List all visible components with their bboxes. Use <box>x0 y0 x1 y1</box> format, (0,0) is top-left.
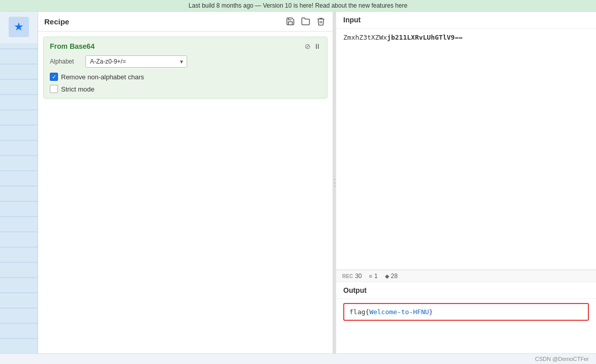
points-value: 28 <box>391 272 398 280</box>
save-button[interactable] <box>285 16 296 27</box>
status-rec: REC 30 <box>342 272 362 280</box>
operation-header: From Base64 ⊘ ⏸ <box>50 42 321 50</box>
star-icon: ★ <box>14 20 24 34</box>
output-prefix: flag{ <box>349 308 369 316</box>
output-content: Welcome-to-HFNU <box>369 308 429 316</box>
sidebar-stripes <box>0 43 38 353</box>
input-header: Input <box>336 12 596 28</box>
recipe-toolbar <box>285 16 326 27</box>
notification-text: Last build 8 months ago — Version 10 is … <box>189 2 407 9</box>
alphabet-label: Alphabet <box>50 58 80 65</box>
remove-non-alphabet-text: Remove non-alphabet chars <box>61 73 144 81</box>
alphabet-select[interactable]: A-Za-z0-9+/=A-Za-z0-9-_URL safe <box>85 55 187 68</box>
status-points: ◆ 28 <box>385 272 398 280</box>
folder-button[interactable] <box>300 16 311 27</box>
points-icon: ◆ <box>385 273 389 280</box>
sidebar-item-star[interactable]: ★ <box>9 17 29 37</box>
rec-icon: REC <box>342 274 353 279</box>
disable-icon[interactable]: ⊘ <box>305 42 311 50</box>
remove-non-alphabet-checkbox-label[interactable]: ✓ Remove non-alphabet chars <box>50 73 144 81</box>
sidebar: ★ <box>0 12 38 353</box>
output-header: Output <box>336 282 596 299</box>
strict-mode-checkbox[interactable] <box>50 85 58 93</box>
remove-non-alphabet-checkbox[interactable]: ✓ <box>50 73 58 81</box>
strict-mode-row: Strict mode <box>50 85 321 93</box>
lines-icon: ≡ <box>369 273 372 279</box>
recipe-title: Recipe <box>44 17 69 26</box>
recipe-panel: Recipe <box>38 12 333 353</box>
operation-name: From Base64 <box>50 42 95 50</box>
operation-controls: ⊘ ⏸ <box>305 42 321 50</box>
output-text-container: flag{Welcome-to-HFNU} <box>343 303 589 321</box>
strict-mode-checkbox-label[interactable]: Strict mode <box>50 85 95 93</box>
input-text[interactable]: ZmxhZ3tXZWxjb211LXRvLUhGTlV9== <box>336 28 596 269</box>
recipe-header: Recipe <box>38 12 333 32</box>
io-panel: Input ZmxhZ3tXZWxjb211LXRvLUhGTlV9== REC… <box>336 12 596 353</box>
remove-non-alphabet-row: ✓ Remove non-alphabet chars <box>50 73 321 81</box>
alphabet-select-wrapper: A-Za-z0-9+/=A-Za-z0-9-_URL safe ▼ <box>85 55 187 68</box>
rec-value: 30 <box>355 272 362 280</box>
status-bar: REC 30 ≡ 1 ◆ 28 <box>336 270 596 282</box>
status-lines: ≡ 1 <box>369 272 377 280</box>
input-section: Input ZmxhZ3tXZWxjb211LXRvLUhGTlV9== <box>336 12 596 270</box>
output-text: flag{Welcome-to-HFNU} <box>349 308 433 316</box>
output-section: Output flag{Welcome-to-HFNU} <box>336 282 596 353</box>
vertical-divider[interactable] <box>333 12 336 353</box>
footer: CSDN @DemoCTFer <box>0 353 596 364</box>
footer-text: CSDN @DemoCTFer <box>535 356 589 362</box>
pause-icon[interactable]: ⏸ <box>314 42 321 50</box>
lines-value: 1 <box>374 272 378 280</box>
alphabet-field-row: Alphabet A-Za-z0-9+/=A-Za-z0-9-_URL safe… <box>50 55 321 68</box>
delete-button[interactable] <box>315 16 326 27</box>
input-bold-text: jb211LXRvLUhGTlV9 <box>387 34 455 41</box>
output-suffix: } <box>429 308 433 316</box>
top-notification-bar: Last build 8 months ago — Version 10 is … <box>0 0 596 12</box>
input-end-text: == <box>455 34 463 41</box>
input-plain-text: ZmxhZ3tXZWx <box>343 34 387 41</box>
operation-block: From Base64 ⊘ ⏸ Alphabet A-Za-z0-9+/=A-Z… <box>43 37 327 99</box>
strict-mode-text: Strict mode <box>61 85 95 93</box>
